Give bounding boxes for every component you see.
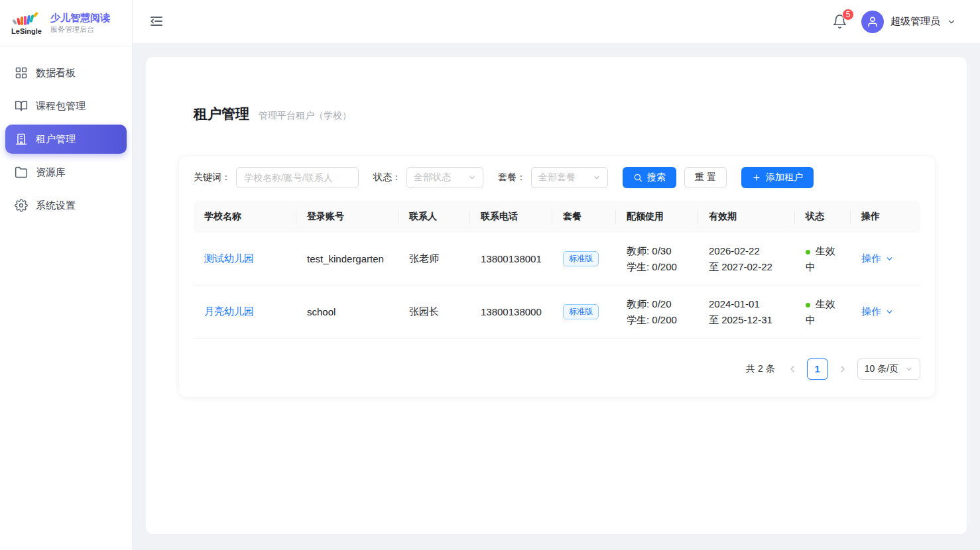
quota-cell: 教师: 0/30 学生: 0/200 <box>616 243 698 274</box>
brand-logo: LeSingle <box>9 11 44 35</box>
search-icon <box>633 173 643 182</box>
main-card: 租户管理 管理平台租户（学校） 关键词： 状态： 全部状态 套餐： 全部套餐 <box>146 57 967 534</box>
page-size-select[interactable]: 10 条/页 <box>857 358 920 380</box>
column-header-status: 状态 <box>795 211 851 223</box>
quota-teacher: 教师: 0/30 <box>627 243 698 258</box>
filter-bar: 关键词： 状态： 全部状态 套餐： 全部套餐 <box>194 167 920 188</box>
page-size-value: 10 条/页 <box>865 363 898 375</box>
chevron-down-icon <box>947 17 956 27</box>
folder-icon <box>15 166 28 179</box>
chevron-down-icon <box>468 174 476 182</box>
valid-from: 2026-02-22 <box>709 243 795 258</box>
reset-button[interactable]: 重 置 <box>684 167 727 188</box>
search-button[interactable]: 搜索 <box>623 167 676 188</box>
plus-icon <box>752 173 761 182</box>
school-name-link[interactable]: 测试幼儿园 <box>204 252 254 264</box>
dashboard-icon <box>15 66 28 80</box>
table-row: 测试幼儿园 test_kindergarten 张老师 13800138001 … <box>194 233 920 286</box>
school-name-link[interactable]: 月亮幼儿园 <box>204 305 254 317</box>
brand-subtitle: 服务管理后台 <box>50 25 110 34</box>
row-actions-dropdown[interactable]: 操作 <box>861 305 919 318</box>
gear-icon <box>15 199 28 212</box>
account-cell: test_kindergarten <box>296 253 398 264</box>
tenant-table: 学校名称 登录账号 联系人 联系电话 套餐 配额使用 有效期 状态 操作 测试幼… <box>194 201 920 339</box>
valid-to: 至 2027-02-22 <box>709 259 795 274</box>
status-select-value: 全部状态 <box>414 172 451 184</box>
plan-label: 套餐： <box>498 172 526 184</box>
actions-label: 操作 <box>861 305 881 318</box>
plan-tag: 标准版 <box>563 251 599 266</box>
sidebar-item-course-packages[interactable]: 课程包管理 <box>5 91 127 121</box>
page-title: 租户管理 <box>194 105 249 123</box>
sidebar-item-tenants[interactable]: 租户管理 <box>5 125 127 154</box>
plan-select-value: 全部套餐 <box>538 172 576 184</box>
brand-logo-text: LeSingle <box>9 27 44 35</box>
actions-label: 操作 <box>861 252 881 265</box>
username: 超级管理员 <box>890 15 940 28</box>
sidebar-item-resources[interactable]: 资源库 <box>5 158 127 187</box>
chevron-left-icon[interactable] <box>787 364 798 374</box>
column-header-validity: 有效期 <box>698 211 795 223</box>
table-header: 学校名称 登录账号 联系人 联系电话 套餐 配额使用 有效期 状态 操作 <box>194 201 920 233</box>
topbar: 5 超级管理员 <box>133 0 980 44</box>
sidebar: LeSingle 少儿智慧阅读 服务管理后台 数据看板 课程包管理 租户管理 <box>0 0 133 550</box>
valid-to: 至 2025-12-31 <box>709 312 795 327</box>
quota-teacher: 教师: 0/20 <box>627 296 698 311</box>
sidebar-item-label: 租户管理 <box>36 133 76 146</box>
tenant-panel: 关键词： 状态： 全部状态 套餐： 全部套餐 <box>179 156 935 397</box>
sidebar-nav: 数据看板 课程包管理 租户管理 资源库 系统设置 <box>0 46 132 232</box>
sidebar-item-label: 系统设置 <box>36 199 76 212</box>
lesingle-logo-icon <box>9 11 41 28</box>
plan-select[interactable]: 全部套餐 <box>531 167 608 188</box>
status-text: 生效中 <box>806 245 835 272</box>
status-text: 生效中 <box>806 298 835 325</box>
notification-bell-icon[interactable]: 5 <box>832 14 848 30</box>
quota-cell: 教师: 0/20 学生: 0/200 <box>616 296 698 327</box>
add-tenant-button[interactable]: 添加租户 <box>741 167 814 188</box>
column-header-actions: 操作 <box>851 211 919 223</box>
pagination: 共 2 条 1 10 条/页 <box>194 358 920 380</box>
row-actions-dropdown[interactable]: 操作 <box>861 252 919 265</box>
chevron-down-icon <box>593 174 601 182</box>
book-icon <box>15 99 28 113</box>
chevron-down-icon <box>905 365 913 373</box>
status-dot-green <box>806 250 810 254</box>
brand: LeSingle 少儿智慧阅读 服务管理后台 <box>0 0 132 46</box>
chevron-right-icon[interactable] <box>837 364 848 374</box>
brand-title: 少儿智慧阅读 <box>50 12 110 25</box>
validity-cell: 2026-02-22 至 2027-02-22 <box>698 243 795 274</box>
notification-badge: 5 <box>842 9 854 21</box>
column-header-phone: 联系电话 <box>470 211 552 223</box>
sidebar-item-dashboard[interactable]: 数据看板 <box>5 58 127 87</box>
status-cell: 生效中 <box>795 296 851 327</box>
plan-tag: 标准版 <box>563 304 599 319</box>
status-label: 状态： <box>373 172 401 184</box>
validity-cell: 2024-01-01 至 2025-12-31 <box>698 296 795 327</box>
sidebar-item-label: 数据看板 <box>36 67 76 80</box>
quota-student: 学生: 0/200 <box>627 312 698 327</box>
status-cell: 生效中 <box>795 243 851 274</box>
page-number-button[interactable]: 1 <box>807 358 828 380</box>
contact-cell: 张园长 <box>398 305 470 318</box>
status-select[interactable]: 全部状态 <box>406 167 483 188</box>
column-header-school: 学校名称 <box>194 211 296 223</box>
contact-cell: 张老师 <box>398 252 470 265</box>
column-header-account: 登录账号 <box>296 211 398 223</box>
column-header-quota: 配额使用 <box>616 211 698 223</box>
phone-cell: 13800138001 <box>470 253 552 264</box>
keyword-label: 关键词： <box>194 172 231 184</box>
reset-button-label: 重 置 <box>695 172 716 184</box>
menu-fold-icon[interactable] <box>149 13 166 30</box>
pagination-total: 共 2 条 <box>746 363 775 375</box>
page-head: 租户管理 管理平台租户（学校） <box>146 57 967 123</box>
page-subtitle: 管理平台租户（学校） <box>259 110 351 122</box>
keyword-input[interactable] <box>236 167 359 188</box>
search-button-label: 搜索 <box>647 172 666 184</box>
column-header-plan: 套餐 <box>552 211 616 223</box>
account-cell: school <box>296 306 398 317</box>
add-tenant-button-label: 添加租户 <box>766 172 803 184</box>
user-menu[interactable]: 超级管理员 <box>861 11 956 33</box>
topbar-right: 5 超级管理员 <box>832 11 956 33</box>
sidebar-item-settings[interactable]: 系统设置 <box>5 191 127 220</box>
status-dot-green <box>806 303 810 307</box>
